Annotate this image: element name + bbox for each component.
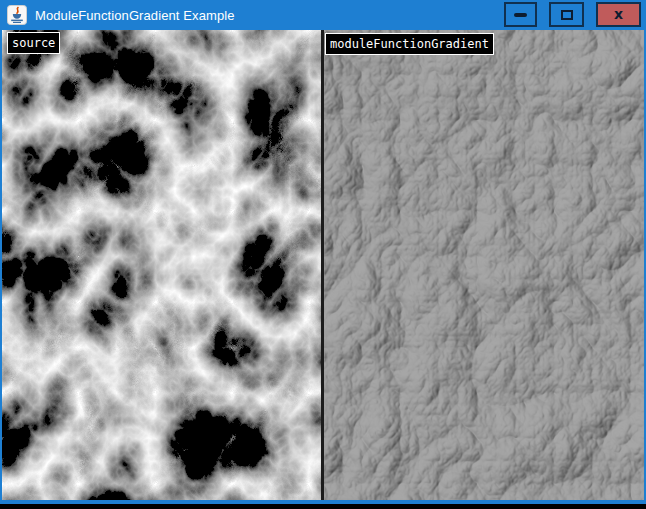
maximize-button[interactable] <box>549 2 584 27</box>
java-app-icon <box>7 5 27 25</box>
minimize-button[interactable] <box>504 2 537 27</box>
source-noise-image <box>2 30 321 500</box>
source-image-panel: source <box>2 30 321 500</box>
titlebar[interactable]: ModuleFunctionGradient Example x <box>0 0 646 30</box>
screen-background <box>0 504 646 509</box>
source-image-label: source <box>7 32 60 54</box>
close-icon: x <box>614 7 623 21</box>
window-content: source moduleFunctionGradient <box>0 30 646 500</box>
close-button[interactable]: x <box>596 2 641 27</box>
gradient-image-label: moduleFunctionGradient <box>325 33 494 55</box>
maximize-icon <box>561 10 573 20</box>
gradient-image-panel: moduleFunctionGradient <box>324 30 644 500</box>
minimize-icon <box>514 13 527 17</box>
window-controls: x <box>504 2 641 27</box>
app-window: ModuleFunctionGradient Example x <box>0 0 646 509</box>
window-title: ModuleFunctionGradient Example <box>35 8 235 23</box>
gradient-noise-image <box>324 30 644 500</box>
